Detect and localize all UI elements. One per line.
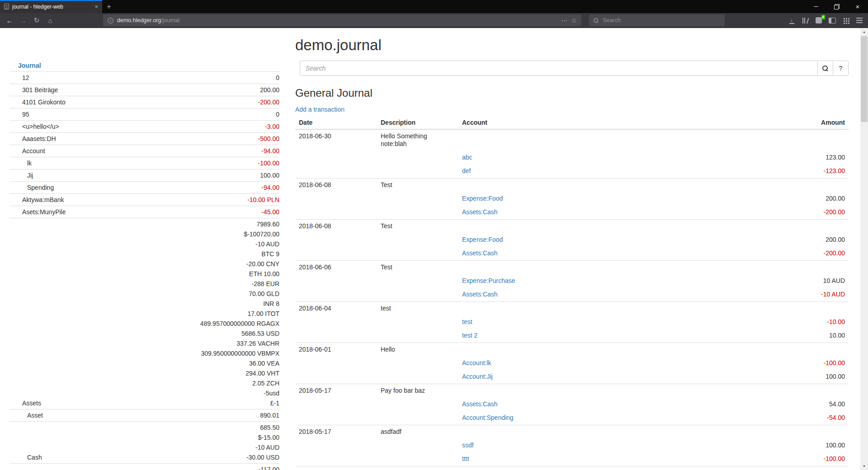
posting-account-link[interactable]: Expense:Purchase — [462, 277, 515, 284]
account-balance: 685.50$-15.00-10 AUD-30.00 USD — [246, 423, 279, 462]
bookmark-star-icon[interactable]: ☆ — [571, 17, 577, 24]
posting-account-link[interactable]: Assets:Cash — [462, 249, 498, 257]
page-actions-icon[interactable]: ⋯ — [561, 17, 567, 24]
posting-amount: -200.00 — [749, 206, 849, 220]
account-link[interactable]: Asets:MunyPile — [9, 207, 261, 217]
sidebar-journal-link[interactable]: Journal — [9, 61, 279, 72]
posting-account-link[interactable]: Expense:Food — [462, 236, 503, 243]
account-link[interactable]: Aaasets:DH — [9, 134, 258, 144]
account-link[interactable]: Assets — [9, 398, 200, 408]
posting-amount: 100.00 — [749, 370, 849, 384]
posting-account-link[interactable]: Account:lk — [462, 359, 491, 367]
account-row: Assets 7989.60$-100720.00-10 AUDBTC 9-20… — [9, 218, 279, 409]
account-link[interactable]: 12 — [9, 73, 276, 83]
posting-account-link[interactable]: tttt — [462, 455, 469, 462]
search-input[interactable] — [300, 61, 818, 76]
account-balance: -500.00 — [258, 134, 279, 144]
balance-amount: 685.50 — [246, 423, 279, 432]
balance-amount: 5686.53 USD — [200, 329, 279, 338]
empty-description-cell — [377, 398, 458, 411]
help-button[interactable]: ? — [833, 61, 849, 76]
empty-account-cell — [458, 261, 749, 275]
account-link[interactable]: Asset — [9, 410, 260, 420]
txn-description: Test — [377, 466, 458, 470]
posting-account-link[interactable]: Account:Spending — [462, 414, 514, 421]
txn-description: Test — [377, 220, 458, 234]
account-link[interactable]: 4101 Girokonto — [9, 97, 258, 107]
extension-button[interactable]: 0 — [813, 14, 825, 26]
page-info-icon[interactable] — [108, 18, 113, 24]
posting-account-link[interactable]: Assets:Cash — [462, 291, 498, 298]
account-link[interactable]: 95 — [9, 109, 276, 119]
titlebar-drag-area — [116, 0, 806, 13]
account-link[interactable]: Aktywa:mBank — [9, 195, 247, 205]
apps-grid-button[interactable] — [840, 14, 852, 26]
menu-button[interactable] — [854, 14, 865, 26]
scrollbar-thumb[interactable] — [861, 36, 868, 122]
vertical-scrollbar[interactable]: ▲ ▼ — [860, 28, 868, 470]
account-list: 12 0 301 Beiträge 200.00 4101 Girokonto … — [9, 72, 279, 470]
toolbar-buttons: ↓ 0 — [786, 14, 865, 26]
restore-button[interactable] — [826, 0, 847, 13]
posting-account-link[interactable]: test 2 — [462, 332, 477, 339]
balance-amount: 2.05 ZCH — [200, 378, 279, 388]
posting-row: abc 123.00 — [295, 151, 849, 164]
search-icon — [594, 18, 599, 23]
tab-close-icon[interactable]: × — [94, 4, 98, 9]
posting-amount: 200.00 — [749, 233, 849, 247]
minimize-button[interactable] — [806, 0, 826, 13]
account-link[interactable]: 301 Beiträge — [9, 85, 260, 95]
posting-account-link[interactable]: abc — [462, 154, 472, 161]
posting-amount: 10.00 — [749, 329, 849, 343]
empty-description-cell — [377, 233, 458, 247]
posting-row: Account:Spending -54.00 — [295, 411, 849, 425]
empty-date-cell — [295, 151, 377, 164]
empty-date-cell — [295, 398, 377, 411]
posting-account-link[interactable]: def — [462, 167, 471, 174]
balance-amount: 200.00 — [260, 85, 279, 95]
posting-row: Expense:Food 200.00 — [295, 192, 849, 206]
posting-amount: -10 AUD — [749, 288, 849, 302]
empty-date-cell — [295, 439, 377, 452]
scroll-down-icon[interactable]: ▼ — [860, 462, 868, 470]
posting-account-link[interactable]: test — [462, 318, 472, 325]
downloads-button[interactable]: ↓ — [786, 14, 797, 26]
browser-search-bar[interactable]: Search — [589, 14, 725, 26]
balance-amount: -500.00 — [258, 134, 279, 144]
account-row: Asset 890.01 — [9, 409, 279, 422]
posting-account-link[interactable]: Assets:Cash — [462, 400, 498, 408]
window-close-button[interactable]: × — [847, 0, 868, 13]
posting-account-link[interactable]: Expense:Food — [462, 195, 503, 202]
txn-description: asdfadf — [377, 425, 458, 439]
account-link[interactable]: Jij — [9, 170, 260, 180]
account-link[interactable]: Cash — [9, 452, 246, 462]
new-tab-button[interactable]: + — [102, 0, 116, 13]
posting-account-link[interactable]: Account:Jij — [462, 373, 493, 380]
search-button[interactable] — [817, 61, 833, 76]
scroll-up-icon[interactable]: ▲ — [860, 28, 868, 36]
back-button[interactable]: ← — [3, 14, 16, 26]
posting-account-link[interactable]: Assets:Cash — [462, 208, 498, 216]
forward-button[interactable]: → — [16, 14, 30, 26]
posting-row: tttt -100.00 — [295, 452, 849, 466]
url-bar[interactable]: demo.hledger.org/journal ⋯ ☆ — [103, 14, 581, 26]
reload-button[interactable]: ↻ — [30, 14, 43, 26]
posting-account-link[interactable]: ssdf — [462, 442, 474, 449]
txn-date: 2018-06-08 — [295, 179, 377, 193]
account-row: Account -94.00 — [9, 145, 279, 157]
posting-row: Assets:Cash -10 AUD — [295, 288, 849, 302]
account-link[interactable]: <u>hello</u> — [9, 122, 265, 132]
add-transaction-link[interactable]: Add a transaction — [295, 106, 344, 113]
empty-account-cell — [458, 302, 749, 316]
sidebar-toggle-button[interactable] — [826, 14, 838, 26]
balance-amount: £-1 — [200, 398, 279, 408]
library-icon — [802, 18, 809, 24]
account-link[interactable]: lk — [9, 158, 258, 168]
library-button[interactable] — [799, 14, 811, 26]
account-link[interactable]: Spending — [9, 183, 261, 193]
posting-amount: -10.00 — [749, 315, 849, 329]
balance-amount: 7989.60 — [200, 219, 279, 229]
home-button[interactable]: ⌂ — [43, 14, 57, 26]
account-link[interactable]: Account — [9, 146, 261, 156]
browser-tab[interactable]: journal - hledger-web × — [0, 0, 102, 13]
